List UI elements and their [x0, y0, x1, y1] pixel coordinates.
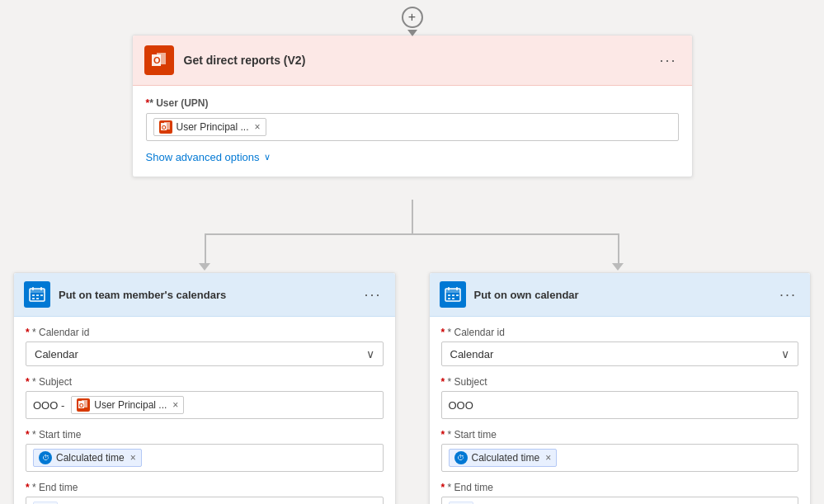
left-calendar-dropdown[interactable]: Calendar ∨ — [26, 341, 384, 366]
clock-icon: ⏱ — [39, 451, 52, 464]
ooo-prefix: OOO - — [33, 399, 64, 412]
subject-token-text: User Principal ... — [94, 399, 167, 411]
office-logo: O — [150, 51, 168, 69]
right-end-field: * * End time ⏱ — [441, 482, 799, 504]
connector-vertical-main — [412, 200, 413, 234]
left-arrow-icon — [199, 263, 210, 271]
left-calendar-value: Calendar — [35, 348, 78, 360]
left-action-card: Put on team member's calendars ··· * * C… — [13, 272, 396, 504]
show-advanced-button[interactable]: Show advanced options ∨ — [146, 151, 271, 163]
left-start-token-text: Calculated time — [56, 452, 125, 464]
office-icon-container: O — [144, 45, 174, 75]
user-token: O User Principal ... × — [153, 118, 266, 136]
right-subject-input[interactable]: OOO — [441, 391, 799, 419]
left-end-field: * * End time ⏱ — [26, 482, 384, 504]
card-more-button[interactable]: ··· — [656, 52, 680, 69]
right-card-icon — [440, 281, 466, 308]
right-card-header: Put on own calendar ··· — [430, 273, 811, 317]
svg-rect-7 — [30, 289, 45, 293]
add-step-button[interactable]: + — [402, 7, 423, 36]
right-start-token-close[interactable]: × — [545, 452, 551, 464]
svg-text:O: O — [153, 55, 161, 65]
right-action-card: Put on own calendar ··· * * Calendar id … — [429, 272, 812, 504]
left-card-header: Put on team member's calendars ··· — [14, 273, 395, 317]
left-start-field: * * Start time ⏱ Calculated time × — [26, 429, 384, 472]
svg-rect-24 — [456, 294, 459, 296]
svg-rect-13 — [32, 298, 35, 299]
subject-token: O User Principal ... × — [71, 396, 184, 414]
left-subject-input[interactable]: OOO - O User Principal ... × — [26, 391, 384, 419]
left-calendar-field: * * Calendar id Calendar ∨ — [26, 327, 384, 366]
user-token-input[interactable]: O User Principal ... × — [146, 113, 679, 141]
left-end-label: * * End time — [26, 482, 384, 493]
svg-rect-25 — [448, 298, 450, 299]
svg-rect-19 — [445, 289, 460, 293]
right-subject-value: OOO — [449, 399, 473, 412]
card-body: ** User (UPN) O User Principal ... × — [133, 86, 692, 177]
left-card-title: Put on team member's calendars — [59, 289, 360, 301]
chevron-down-icon: ∨ — [264, 152, 271, 163]
right-clock-icon: ⏱ — [454, 451, 468, 464]
left-subject-field: * * Subject OOO - O — [26, 376, 384, 419]
left-card-more-button[interactable]: ··· — [360, 286, 384, 304]
right-calendar-dropdown[interactable]: Calendar ∨ — [441, 341, 799, 366]
left-subject-label: * * Subject — [26, 376, 384, 388]
svg-rect-26 — [452, 298, 454, 299]
svg-rect-10 — [32, 294, 35, 296]
canvas: + O Get direct reports (V2) ··· ** User … — [0, 0, 824, 504]
svg-text:O: O — [79, 403, 84, 408]
right-end-input[interactable]: ⏱ — [441, 497, 799, 504]
right-calendar-label: * * Calendar id — [441, 327, 799, 338]
connector-horizontal-branch — [205, 233, 619, 235]
svg-text:O: O — [162, 125, 167, 130]
subject-token-office-icon: O — [77, 398, 90, 412]
left-card-icon — [24, 281, 50, 308]
right-card-more-button[interactable]: ··· — [776, 286, 800, 304]
card-header: O Get direct reports (V2) ··· — [133, 35, 692, 86]
right-start-token: ⏱ Calculated time × — [449, 449, 558, 467]
add-icon: + — [402, 7, 423, 28]
connector-right-branch — [618, 233, 619, 265]
left-start-input[interactable]: ⏱ Calculated time × — [26, 444, 384, 472]
left-end-input[interactable]: ⏱ — [26, 497, 384, 504]
svg-rect-23 — [452, 294, 454, 296]
token-text: User Principal ... — [177, 121, 249, 133]
arrow-down-icon — [407, 30, 417, 36]
right-calendar-value: Calendar — [450, 348, 494, 360]
right-start-field: * * Start time ⏱ Calculated time × — [441, 429, 799, 472]
svg-rect-12 — [40, 294, 43, 296]
right-start-token-text: Calculated time — [472, 452, 540, 464]
right-calendar-field: * * Calendar id Calendar ∨ — [441, 327, 799, 366]
right-card-body: * * Calendar id Calendar ∨ * * Subject O… — [430, 317, 811, 504]
left-start-token-close[interactable]: × — [130, 452, 136, 464]
svg-rect-11 — [36, 294, 39, 296]
right-start-label: * * Start time — [441, 429, 799, 440]
left-start-label: * * Start time — [26, 429, 384, 440]
subject-token-close[interactable]: × — [172, 399, 178, 411]
right-card-title: Put on own calendar — [474, 289, 776, 301]
card-title: Get direct reports (V2) — [184, 54, 657, 67]
right-subject-field: * * Subject OOO — [441, 376, 799, 419]
connector-left-branch — [205, 233, 206, 265]
user-field-label: ** User (UPN) — [146, 97, 679, 109]
right-start-input[interactable]: ⏱ Calculated time × — [441, 444, 799, 472]
right-subject-label: * * Subject — [441, 376, 799, 388]
show-advanced-label: Show advanced options — [146, 151, 260, 163]
svg-rect-22 — [448, 294, 450, 296]
svg-rect-14 — [36, 298, 39, 299]
right-arrow-icon — [612, 263, 624, 271]
main-card: O Get direct reports (V2) ··· ** User (U… — [132, 35, 693, 177]
token-close-button[interactable]: × — [255, 121, 261, 133]
token-office-icon: O — [159, 120, 172, 134]
left-start-token: ⏱ Calculated time × — [33, 449, 142, 467]
left-calendar-label: * * Calendar id — [26, 327, 384, 338]
bottom-cards-container: Put on team member's calendars ··· * * C… — [0, 272, 824, 504]
right-end-label: * * End time — [441, 482, 799, 493]
right-dropdown-arrow-icon: ∨ — [781, 347, 789, 360]
left-card-body: * * Calendar id Calendar ∨ * * Subject O… — [14, 317, 395, 504]
dropdown-arrow-icon: ∨ — [366, 347, 374, 360]
